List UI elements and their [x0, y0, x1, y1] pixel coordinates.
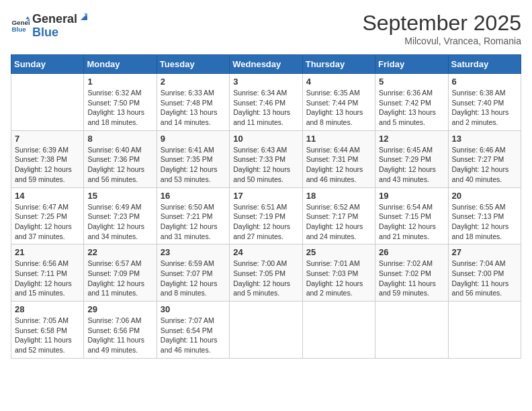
calendar-day-cell: 23Sunrise: 6:59 AMSunset: 7:07 PMDayligh… — [157, 244, 229, 302]
calendar-day-cell — [302, 302, 375, 359]
calendar-day-cell: 28Sunrise: 7:05 AMSunset: 6:58 PMDayligh… — [11, 302, 84, 359]
calendar-day-cell: 29Sunrise: 7:06 AMSunset: 6:56 PMDayligh… — [84, 302, 157, 359]
calendar-day-header: Friday — [375, 55, 448, 74]
day-number: 17 — [233, 191, 298, 201]
calendar-day-cell — [230, 302, 302, 359]
title-area: September 2025 Milcovul, Vrancea, Romani… — [362, 11, 521, 46]
day-info: Sunrise: 6:43 AMSunset: 7:33 PMDaylight:… — [233, 145, 298, 185]
day-number: 27 — [452, 247, 517, 257]
day-number: 1 — [87, 77, 152, 87]
calendar-day-header: Sunday — [11, 55, 84, 74]
day-number: 14 — [15, 191, 80, 201]
calendar-day-header: Saturday — [448, 55, 521, 74]
day-info: Sunrise: 6:32 AMSunset: 7:50 PMDaylight:… — [87, 88, 152, 128]
calendar-day-cell: 11Sunrise: 6:44 AMSunset: 7:31 PMDayligh… — [302, 130, 375, 187]
calendar-week-row: 1Sunrise: 6:32 AMSunset: 7:50 PMDaylight… — [11, 74, 521, 131]
location-subtitle: Milcovul, Vrancea, Romania — [362, 36, 521, 46]
day-info: Sunrise: 7:05 AMSunset: 6:58 PMDaylight:… — [15, 316, 80, 355]
day-info: Sunrise: 6:54 AMSunset: 7:15 PMDaylight:… — [379, 202, 444, 242]
day-number: 28 — [15, 304, 80, 314]
day-number: 11 — [306, 134, 371, 144]
day-number: 10 — [233, 134, 298, 144]
day-info: Sunrise: 6:46 AMSunset: 7:27 PMDaylight:… — [452, 145, 517, 185]
day-info: Sunrise: 7:02 AMSunset: 7:02 PMDaylight:… — [379, 259, 444, 298]
calendar-day-cell: 7Sunrise: 6:39 AMSunset: 7:38 PMDaylight… — [11, 130, 84, 187]
day-number: 26 — [379, 247, 444, 257]
day-number: 8 — [87, 134, 152, 144]
calendar-day-header: Tuesday — [157, 55, 229, 74]
day-info: Sunrise: 7:00 AMSunset: 7:05 PMDaylight:… — [233, 259, 298, 298]
day-info: Sunrise: 7:07 AMSunset: 6:54 PMDaylight:… — [161, 316, 226, 355]
logo-blue: Blue — [32, 26, 58, 39]
day-number: 25 — [306, 247, 371, 257]
day-info: Sunrise: 6:55 AMSunset: 7:13 PMDaylight:… — [452, 202, 517, 242]
calendar-day-cell: 25Sunrise: 7:01 AMSunset: 7:03 PMDayligh… — [302, 244, 375, 302]
day-info: Sunrise: 6:59 AMSunset: 7:07 PMDaylight:… — [161, 259, 226, 298]
calendar-day-cell: 17Sunrise: 6:51 AMSunset: 7:19 PMDayligh… — [230, 187, 302, 244]
calendar-day-cell: 10Sunrise: 6:43 AMSunset: 7:33 PMDayligh… — [230, 130, 302, 187]
day-number: 7 — [15, 134, 80, 144]
day-info: Sunrise: 6:34 AMSunset: 7:46 PMDaylight:… — [233, 88, 298, 128]
calendar-day-cell: 21Sunrise: 6:56 AMSunset: 7:11 PMDayligh… — [11, 244, 84, 302]
calendar-table: SundayMondayTuesdayWednesdayThursdayFrid… — [11, 54, 521, 359]
calendar-day-cell: 9Sunrise: 6:41 AMSunset: 7:35 PMDaylight… — [157, 130, 229, 187]
calendar-week-row: 28Sunrise: 7:05 AMSunset: 6:58 PMDayligh… — [11, 302, 521, 359]
calendar-day-cell: 24Sunrise: 7:00 AMSunset: 7:05 PMDayligh… — [230, 244, 302, 302]
day-number: 3 — [233, 77, 298, 87]
day-number: 19 — [379, 191, 444, 201]
calendar-day-cell: 27Sunrise: 7:04 AMSunset: 7:00 PMDayligh… — [448, 244, 521, 302]
day-number: 16 — [161, 191, 226, 201]
day-number: 5 — [379, 77, 444, 87]
calendar-day-cell — [11, 74, 84, 131]
calendar-day-cell: 16Sunrise: 6:50 AMSunset: 7:21 PMDayligh… — [157, 187, 229, 244]
calendar-day-cell: 8Sunrise: 6:40 AMSunset: 7:36 PMDaylight… — [84, 130, 157, 187]
day-number: 12 — [379, 134, 444, 144]
calendar-day-cell: 2Sunrise: 6:33 AMSunset: 7:48 PMDaylight… — [157, 74, 229, 131]
svg-marker-2 — [26, 17, 30, 19]
calendar-day-cell: 5Sunrise: 6:36 AMSunset: 7:42 PMDaylight… — [375, 74, 448, 131]
calendar-day-cell: 1Sunrise: 6:32 AMSunset: 7:50 PMDaylight… — [84, 74, 157, 131]
day-info: Sunrise: 6:33 AMSunset: 7:48 PMDaylight:… — [161, 88, 226, 128]
day-number: 18 — [306, 191, 371, 201]
calendar-day-cell: 18Sunrise: 6:52 AMSunset: 7:17 PMDayligh… — [302, 187, 375, 244]
day-info: Sunrise: 7:01 AMSunset: 7:03 PMDaylight:… — [306, 259, 371, 298]
calendar-day-header: Wednesday — [230, 55, 302, 74]
calendar-day-cell: 12Sunrise: 6:45 AMSunset: 7:29 PMDayligh… — [375, 130, 448, 187]
svg-text:Blue: Blue — [11, 26, 26, 33]
page-header: General Blue General Blue September 2025… — [11, 11, 521, 46]
calendar-day-cell — [448, 302, 521, 359]
day-info: Sunrise: 6:51 AMSunset: 7:19 PMDaylight:… — [233, 202, 298, 242]
day-info: Sunrise: 7:06 AMSunset: 6:56 PMDaylight:… — [87, 316, 152, 355]
day-number: 30 — [161, 304, 226, 314]
calendar-week-row: 7Sunrise: 6:39 AMSunset: 7:38 PMDaylight… — [11, 130, 521, 187]
calendar-day-cell: 4Sunrise: 6:35 AMSunset: 7:44 PMDaylight… — [302, 74, 375, 131]
day-number: 13 — [452, 134, 517, 144]
calendar-day-cell: 30Sunrise: 7:07 AMSunset: 6:54 PMDayligh… — [157, 302, 229, 359]
calendar-day-cell: 14Sunrise: 6:47 AMSunset: 7:25 PMDayligh… — [11, 187, 84, 244]
calendar-day-cell: 26Sunrise: 7:02 AMSunset: 7:02 PMDayligh… — [375, 244, 448, 302]
day-number: 29 — [87, 304, 152, 314]
day-info: Sunrise: 7:04 AMSunset: 7:00 PMDaylight:… — [452, 259, 517, 298]
day-number: 21 — [15, 247, 80, 257]
day-info: Sunrise: 6:45 AMSunset: 7:29 PMDaylight:… — [379, 145, 444, 185]
day-info: Sunrise: 6:38 AMSunset: 7:40 PMDaylight:… — [452, 88, 517, 128]
calendar-day-cell: 19Sunrise: 6:54 AMSunset: 7:15 PMDayligh… — [375, 187, 448, 244]
logo-icon: General Blue — [11, 15, 30, 34]
day-info: Sunrise: 6:39 AMSunset: 7:38 PMDaylight:… — [15, 145, 80, 185]
day-info: Sunrise: 6:49 AMSunset: 7:23 PMDaylight:… — [87, 202, 152, 242]
calendar-day-cell: 3Sunrise: 6:34 AMSunset: 7:46 PMDaylight… — [230, 74, 302, 131]
logo: General Blue General Blue — [11, 11, 91, 40]
day-info: Sunrise: 6:47 AMSunset: 7:25 PMDaylight:… — [15, 202, 80, 242]
day-number: 15 — [87, 191, 152, 201]
day-info: Sunrise: 6:56 AMSunset: 7:11 PMDaylight:… — [15, 259, 80, 298]
calendar-day-header: Thursday — [302, 55, 375, 74]
day-info: Sunrise: 6:36 AMSunset: 7:42 PMDaylight:… — [379, 88, 444, 128]
calendar-day-cell — [375, 302, 448, 359]
calendar-day-cell: 6Sunrise: 6:38 AMSunset: 7:40 PMDaylight… — [448, 74, 521, 131]
day-number: 2 — [161, 77, 226, 87]
day-info: Sunrise: 6:35 AMSunset: 7:44 PMDaylight:… — [306, 88, 371, 128]
day-info: Sunrise: 6:52 AMSunset: 7:17 PMDaylight:… — [306, 202, 371, 242]
logo-general: General — [32, 13, 77, 26]
calendar-week-row: 21Sunrise: 6:56 AMSunset: 7:11 PMDayligh… — [11, 244, 521, 302]
day-number: 9 — [161, 134, 226, 144]
